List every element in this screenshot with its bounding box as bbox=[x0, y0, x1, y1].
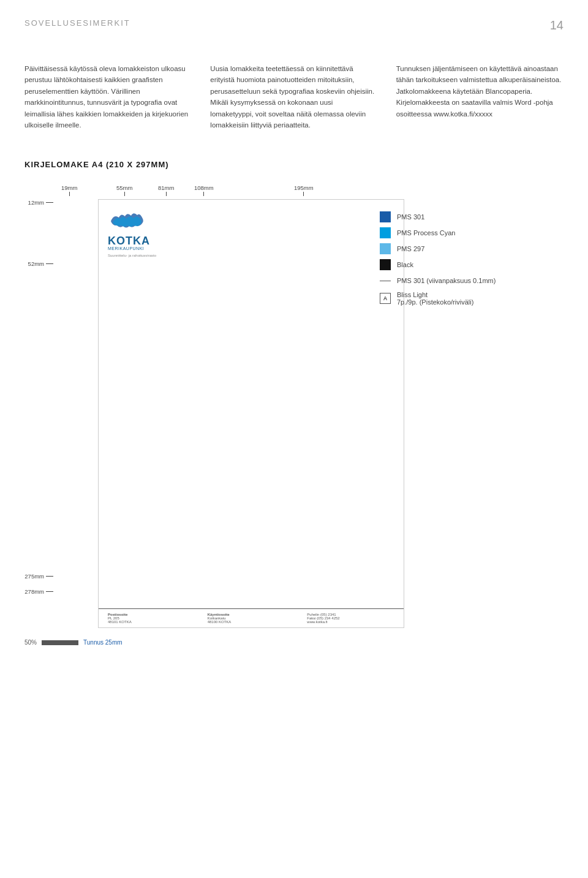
template-footer: Postiosoite PL 205 48101 KOTKA Käyntioso… bbox=[99, 608, 404, 627]
page: SOVELLUSESIMERKIT 14 Päivittäisessä käyt… bbox=[0, 0, 588, 878]
footer-col-2: Käyntiosoite Kotkankatu 48100 KOTKA bbox=[208, 613, 295, 624]
swatch-black bbox=[380, 259, 391, 270]
header: SOVELLUSESIMERKIT 14 bbox=[24, 18, 564, 32]
swatch-pms-cyan bbox=[380, 227, 391, 238]
legend-line: PMS 301 (viivanpaksuus 0.1mm) bbox=[380, 275, 576, 286]
text-col-2: Uusia lomakkeita teetettäessä on kiinnit… bbox=[210, 63, 377, 135]
ruler-108mm: 108mm bbox=[194, 184, 214, 196]
legend-line-label: PMS 301 (viivanpaksuus 0.1mm) bbox=[397, 277, 496, 284]
tunnus-label: Tunnus 25mm bbox=[83, 639, 123, 646]
diagram-wrapper: 19mm 55mm 81mm 108mm 195mm 12mm bbox=[24, 184, 564, 646]
label-278mm: 278mm bbox=[24, 588, 58, 595]
scale-bar bbox=[42, 640, 78, 645]
legend-pms-cyan: PMS Process Cyan bbox=[380, 227, 576, 238]
label-12mm: 12mm bbox=[24, 199, 58, 206]
section-heading: KIRJELOMAKE A4 (210 x 297mm) bbox=[24, 160, 564, 169]
swatch-pms301 bbox=[380, 211, 391, 222]
line-icon bbox=[380, 275, 391, 286]
ruler-55mm: 55mm bbox=[116, 184, 132, 196]
ruler-195mm: 195mm bbox=[294, 184, 314, 196]
legend-box-a: A Bliss Light 7p./9p. (Pistekoko/riviväl… bbox=[380, 291, 576, 306]
left-labels: 12mm 52mm 275mm 278mm bbox=[24, 199, 61, 628]
legend-pms-cyan-label: PMS Process Cyan bbox=[397, 229, 455, 237]
kotka-logo-svg bbox=[108, 209, 151, 232]
scale-label: 50% bbox=[24, 639, 37, 646]
legend-pms301-label: PMS 301 bbox=[397, 213, 424, 221]
page-title: SOVELLUSESIMERKIT bbox=[24, 18, 130, 28]
legend-pms297: PMS 297 bbox=[380, 243, 576, 254]
text-col-3: Tunnuksen jäljentämiseen on käytettävä a… bbox=[396, 63, 564, 135]
logo-text: KOTKA MERIKAUPUNKI bbox=[108, 235, 394, 251]
text-col-2-content: Uusia lomakkeita teetettäessä on kiinnit… bbox=[210, 63, 377, 131]
ruler-19mm: 19mm bbox=[61, 184, 77, 196]
page-number: 14 bbox=[550, 18, 564, 32]
text-col-3-content: Tunnuksen jäljentämiseen on käytettävä a… bbox=[396, 63, 564, 119]
legend-area: PMS 301 PMS Process Cyan PMS 297 Black bbox=[380, 211, 576, 311]
ruler-81mm: 81mm bbox=[158, 184, 174, 196]
swatch-pms297 bbox=[380, 243, 391, 254]
legend-pms297-label: PMS 297 bbox=[397, 245, 424, 252]
template-logo-area: KOTKA MERIKAUPUNKI Suunnittelu- ja rahoi… bbox=[99, 200, 404, 262]
legend-black: Black bbox=[380, 259, 576, 270]
legend-pms301: PMS 301 bbox=[380, 211, 576, 222]
text-col-1-content: Päivittäisessä käytössä oleva lomakkeist… bbox=[24, 63, 192, 131]
box-a-icon: A bbox=[380, 293, 391, 304]
legend-black-label: Black bbox=[397, 261, 413, 268]
legend-box-a-label: Bliss Light 7p./9p. (Pistekoko/riviväli) bbox=[397, 291, 473, 306]
bottom-section: 50% Tunnus 25mm bbox=[24, 639, 564, 646]
footer-col-1: Postiosoite PL 205 48101 KOTKA bbox=[108, 613, 195, 624]
text-col-1: Päivittäisessä käytössä oleva lomakkeist… bbox=[24, 63, 192, 135]
letter-template: KOTKA MERIKAUPUNKI Suunnittelu- ja rahoi… bbox=[98, 199, 404, 628]
text-section: Päivittäisessä käytössä oleva lomakkeist… bbox=[24, 63, 564, 135]
footer-col-3: Puhelin (05) 2341 Faksi (05) 234 4252 ww… bbox=[307, 613, 394, 624]
label-275mm: 275mm bbox=[24, 573, 58, 580]
label-52mm: 52mm bbox=[24, 260, 58, 267]
